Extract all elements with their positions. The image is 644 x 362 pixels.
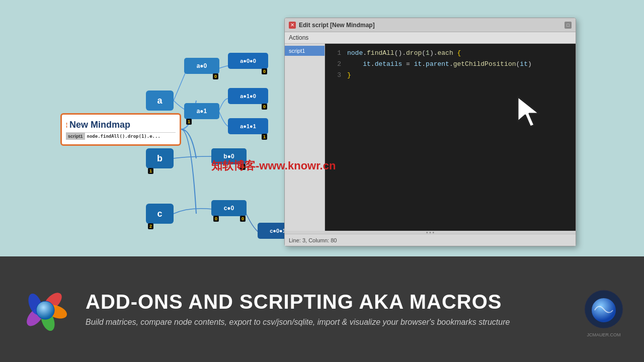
script-editor-dialog: ✕ Edit script [New Mindmap] □ Actions sc… xyxy=(284,18,576,246)
node-a11[interactable]: a●1●1 1 xyxy=(228,118,268,134)
node-c0-badge-left: 0 xyxy=(213,216,219,222)
root-script-code: node.findAll().drop(1).e... xyxy=(85,133,163,140)
dialog-sidebar: script1 xyxy=(285,44,325,231)
node-b[interactable]: b 1 xyxy=(146,148,174,168)
dialog-titlebar: ✕ Edit script [New Mindmap] □ xyxy=(285,18,576,32)
line-num-2: 2 xyxy=(329,59,341,70)
script-item-1[interactable]: script1 xyxy=(285,46,325,56)
editor-status: Line: 3, Column: 80 xyxy=(289,237,337,243)
dialog-actions-label: Actions xyxy=(289,34,308,41)
root-script-label: script1 xyxy=(66,133,85,140)
node-a1-badge: 1 xyxy=(186,119,192,125)
node-a1-label: a●1 xyxy=(197,108,207,115)
node-a0-label: a●0 xyxy=(197,62,207,69)
svg-point-5 xyxy=(36,301,54,319)
node-c-label: c xyxy=(157,209,162,219)
node-a11-badge: 1 xyxy=(262,134,267,140)
node-a0[interactable]: a●0 0 xyxy=(184,58,219,74)
node-c0-badge-right: 0 xyxy=(240,216,246,222)
cursor-arrow-icon xyxy=(515,94,545,129)
node-b-label: b xyxy=(157,153,163,164)
code-line-3: 3 } xyxy=(325,70,576,81)
bottom-section: ADD-ONS AND SCRIPTING AKA MACROS Build m… xyxy=(0,256,644,362)
root-label: New Mindmap xyxy=(69,120,130,130)
node-a10-badge: 0 xyxy=(262,104,267,110)
code-content-3: } xyxy=(347,70,351,81)
node-a00-label: a●0●0 xyxy=(240,58,256,64)
dialog-footer: Line: 3, Column: 80 xyxy=(285,234,576,246)
bottom-title: ADD-ONS AND SCRIPTING AKA MACROS xyxy=(86,291,569,313)
app-logo-icon xyxy=(20,284,70,334)
bottom-text-area: ADD-ONS AND SCRIPTING AKA MACROS Build m… xyxy=(86,291,569,328)
dialog-actions-bar: Actions xyxy=(285,32,576,44)
node-c0-label: c●0 xyxy=(224,205,234,212)
node-a10-label: a●1●0 xyxy=(240,93,256,99)
node-a00[interactable]: a●0●0 0 xyxy=(228,53,268,69)
node-c-badge: 2 xyxy=(148,223,153,229)
bottom-subtitle: Build matrices, compare node contents, e… xyxy=(86,317,569,328)
code-content-1: node.findAll().drop(1).each { xyxy=(347,48,461,59)
node-a11-label: a●1●1 xyxy=(240,123,256,129)
app-logo-area xyxy=(20,284,70,334)
node-a1[interactable]: a●1 1 xyxy=(184,103,219,119)
root-node[interactable]: ¦ New Mindmap script1 node.findAll().dro… xyxy=(60,113,181,146)
bottom-right-logo-area: JCMAUER.COM xyxy=(584,289,624,329)
node-b-badge: 1 xyxy=(148,168,153,174)
watermark-text: 知软博客-www.knowr.cn xyxy=(211,158,336,173)
node-c01-label: c●0●1 xyxy=(270,228,286,234)
node-a0-badge: 0 xyxy=(213,73,218,79)
code-editor[interactable]: 1 node.findAll().drop(1).each { 2 it.det… xyxy=(325,44,576,231)
top-section: ¦ New Mindmap script1 node.findAll().dro… xyxy=(0,0,644,256)
mindmap-area: ¦ New Mindmap script1 node.findAll().dro… xyxy=(30,25,282,236)
code-content-2: it.details = it.parent.getChildPosition(… xyxy=(347,59,532,70)
bottom-right-logo-text: JCMAUER.COM xyxy=(584,332,624,337)
code-line-2: 2 it.details = it.parent.getChildPositio… xyxy=(325,59,576,70)
node-a[interactable]: a xyxy=(146,90,174,111)
dialog-maximize-button[interactable]: □ xyxy=(565,22,572,29)
dialog-close-button[interactable]: ✕ xyxy=(289,22,296,29)
code-line-1: 1 node.findAll().drop(1).each { xyxy=(325,48,576,59)
node-a-label: a xyxy=(157,96,162,106)
line-num-1: 1 xyxy=(329,48,341,59)
line-num-3: 3 xyxy=(329,70,341,81)
dialog-title: Edit script [New Mindmap] xyxy=(299,22,561,29)
node-a00-badge: 0 xyxy=(262,68,267,74)
bottom-right-logo-icon xyxy=(584,289,624,329)
node-a10[interactable]: a●1●0 0 xyxy=(228,88,268,104)
dialog-body: script1 1 node.findAll().drop(1).each { … xyxy=(285,44,576,231)
node-c0[interactable]: c●0 0 0 xyxy=(211,200,247,216)
node-c[interactable]: c 2 xyxy=(146,204,174,224)
